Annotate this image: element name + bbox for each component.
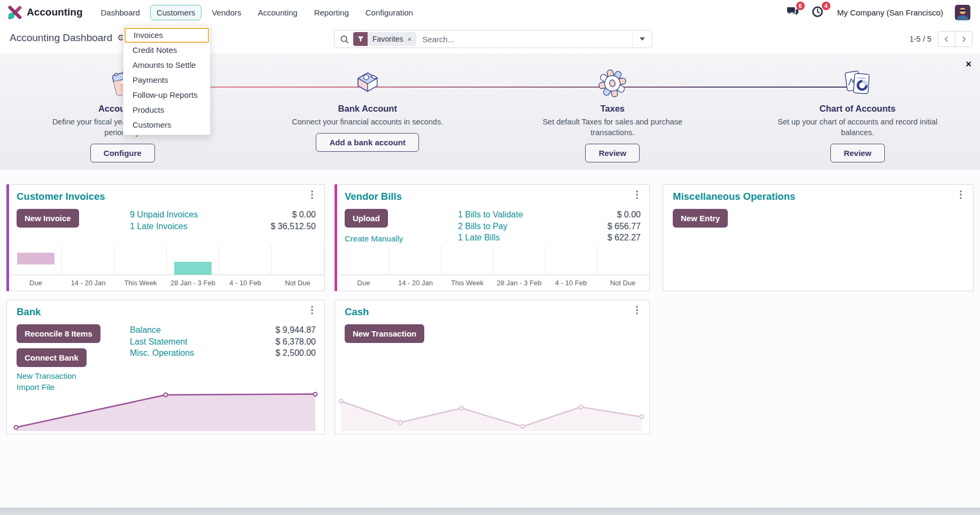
step-description: Set default Taxes for sales and purchase… [524, 116, 701, 138]
card-title[interactable]: Customer Invoices [17, 191, 105, 202]
kebab-menu-icon[interactable]: ⋮ [956, 191, 966, 198]
kebab-menu-icon[interactable]: ⋮ [307, 306, 317, 314]
favorites-filter-label: Favorites × [368, 32, 416, 46]
chevron-down-icon [640, 37, 645, 41]
onboarding-step-chart-of-accounts: Chart of Accounts Set up your chart of a… [735, 53, 980, 170]
invoices-aging-bar-chart: Due14 - 20 Jan This Week28 Jan - 3 Feb 4… [10, 245, 324, 291]
user-avatar[interactable] [955, 5, 970, 20]
gear-3d-icon [596, 67, 628, 99]
top-navbar: Accounting Dashboard Customers Vendors A… [0, 0, 980, 25]
amount: $ 6,378.00 [188, 336, 316, 348]
amount: $ 9,944.87 [161, 324, 316, 336]
review-taxes-button[interactable]: Review [585, 144, 640, 162]
bills-aging-bar-chart: Due14 - 20 Jan This Week28 Jan - 3 Feb 4… [338, 245, 649, 291]
bottom-edge [0, 508, 980, 515]
menu-item-credit-notes[interactable]: Credit Notes [123, 43, 210, 58]
menu-item-products[interactable]: Products [123, 103, 210, 118]
bank-card: Bank ⋮ Reconcile 8 Items Connect Bank Ne… [6, 300, 325, 434]
last-statement-link[interactable]: Last Statement [130, 336, 188, 348]
bills-to-pay-link[interactable]: 2 Bills to Pay [458, 221, 507, 232]
upload-button[interactable]: Upload [345, 209, 388, 228]
bills-to-validate-link[interactable]: 1 Bills to Validate [458, 209, 523, 221]
kebab-menu-icon[interactable]: ⋮ [307, 191, 317, 198]
card-info-row: 1 Late Invoices $ 36,512.50 [130, 221, 316, 232]
menu-item-invoices[interactable]: Invoices [125, 28, 209, 43]
card-info-row: Balance $ 9,944.87 [130, 324, 316, 336]
step-title: Chart of Accounts [820, 104, 896, 114]
card-info-row: 1 Bills to Validate $ 0.00 [458, 209, 641, 221]
amount: $ 36,512.50 [188, 221, 316, 232]
navbar-right: 6 4 My Company (San Francisco) [786, 5, 973, 20]
favorites-filter-chip[interactable]: Favorites × [353, 32, 416, 46]
kebab-menu-icon[interactable]: ⋮ [632, 306, 642, 314]
nav-item-accounting[interactable]: Accounting [251, 5, 304, 20]
company-switcher[interactable]: My Company (San Francisco) [837, 8, 943, 17]
messages-badge: 6 [796, 2, 805, 10]
messages-icon[interactable]: 6 [786, 6, 800, 19]
cash-balance-line-chart [339, 389, 645, 431]
pager: 1-5 / 5 [909, 31, 973, 47]
card-title[interactable]: Miscellaneous Operations [673, 191, 795, 202]
app-name[interactable]: Accounting [27, 6, 83, 18]
amount: $ 656.77 [507, 221, 641, 232]
main-menu: Dashboard Customers Vendors Accounting R… [95, 5, 419, 20]
chart-x-labels: Due14 - 20 Jan This Week28 Jan - 3 Feb 4… [10, 275, 324, 291]
step-title: Taxes [600, 104, 625, 114]
pager-next-button[interactable] [955, 31, 973, 47]
new-invoice-button[interactable]: New Invoice [17, 209, 79, 228]
filter-funnel-icon [353, 32, 368, 46]
odoo-accounting-app: Accounting Dashboard Customers Vendors A… [0, 0, 980, 515]
odoo-accounting-logo-icon[interactable] [7, 5, 22, 20]
create-manually-link[interactable]: Create Manually [345, 233, 403, 244]
remove-filter-icon[interactable]: × [408, 35, 412, 43]
new-transaction-button[interactable]: New Transaction [345, 324, 424, 343]
nav-item-configuration[interactable]: Configuration [359, 5, 419, 20]
menu-item-payments[interactable]: Payments [123, 73, 210, 88]
step-description: Connect your financial accounts in secon… [279, 116, 456, 127]
activities-clock-icon[interactable]: 4 [812, 6, 826, 19]
misc-operations-link[interactable]: Misc. Operations [130, 347, 194, 359]
add-bank-account-button[interactable]: Add a bank account [316, 133, 419, 152]
step-title: Bank Account [338, 104, 397, 114]
step-description: Set up your chart of accounts and record… [769, 116, 946, 138]
new-transaction-link[interactable]: New Transaction [17, 370, 76, 381]
review-chart-of-accounts-button[interactable]: Review [830, 144, 885, 162]
vendor-bills-card: Vendor Bills ⋮ Upload Create Manually 1 … [335, 184, 650, 291]
configure-button[interactable]: Configure [90, 144, 155, 162]
pager-previous-button[interactable] [938, 31, 955, 47]
amount: $ 0.00 [523, 209, 641, 221]
search-options-toggle[interactable] [632, 30, 652, 48]
reconcile-items-button[interactable]: Reconcile 8 Items [17, 324, 100, 343]
activities-badge: 4 [822, 2, 830, 10]
menu-item-customers[interactable]: Customers [123, 118, 210, 132]
search-icon [340, 35, 349, 44]
card-title[interactable]: Cash [345, 306, 369, 318]
chart-cards-icon [842, 67, 874, 99]
card-title[interactable]: Vendor Bills [345, 191, 402, 202]
balance-link[interactable]: Balance [130, 324, 161, 336]
nav-item-dashboard[interactable]: Dashboard [95, 5, 146, 20]
pager-value: 1-5 / 5 [909, 35, 931, 43]
search-input[interactable] [421, 34, 632, 44]
breadcrumb: Accounting Dashboard ⚙ [10, 32, 125, 44]
navbar-left: Accounting Dashboard Customers Vendors A… [7, 5, 419, 20]
late-invoices-link[interactable]: 1 Late Invoices [130, 221, 188, 232]
late-bills-link[interactable]: 1 Late Bills [458, 232, 500, 244]
card-info-row: 1 Late Bills $ 622.27 [458, 232, 641, 244]
kebab-menu-icon[interactable]: ⋮ [632, 191, 642, 198]
nav-item-vendors[interactable]: Vendors [205, 5, 247, 20]
new-entry-button[interactable]: New Entry [673, 209, 728, 228]
onboarding-step-taxes: Taxes Set default Taxes for sales and pu… [490, 53, 735, 170]
menu-item-amounts-to-settle[interactable]: Amounts to Settle [123, 58, 210, 73]
search-bar[interactable]: Favorites × [334, 30, 652, 48]
nav-item-reporting[interactable]: Reporting [308, 5, 355, 20]
card-info-row: Misc. Operations $ 2,500.00 [130, 347, 316, 359]
customers-dropdown-menu: Invoices Credit Notes Amounts to Settle … [123, 25, 211, 135]
connect-bank-button[interactable]: Connect Bank [17, 348, 87, 367]
menu-item-follow-up-reports[interactable]: Follow-up Reports [123, 88, 210, 103]
nav-item-customers[interactable]: Customers [150, 5, 202, 20]
card-title[interactable]: Bank [17, 306, 41, 318]
amount: $ 2,500.00 [194, 347, 316, 359]
chart-x-labels: Due14 - 20 Jan This Week28 Jan - 3 Feb 4… [338, 275, 649, 291]
unpaid-invoices-link[interactable]: 9 Unpaid Invoices [130, 209, 198, 221]
